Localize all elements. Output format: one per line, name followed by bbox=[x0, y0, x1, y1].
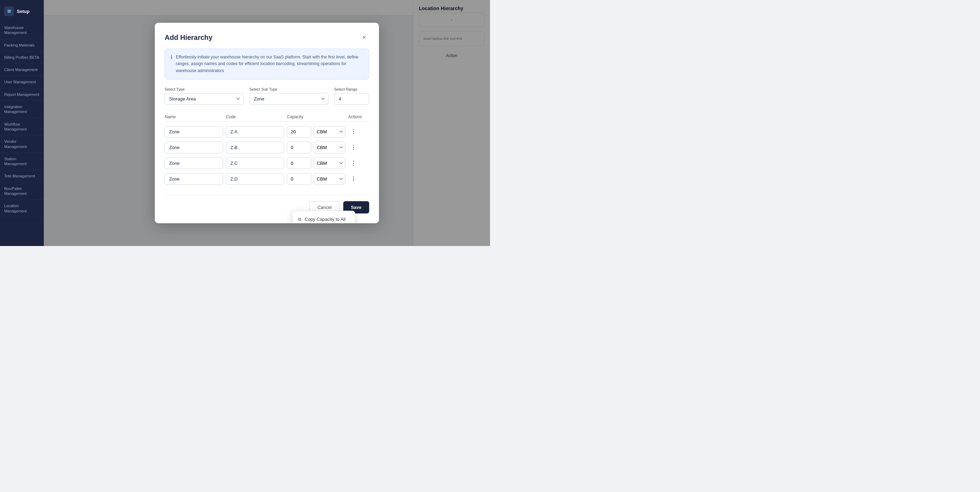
row1-capacity-cell: CBM bbox=[287, 126, 345, 138]
col-name-header: Name bbox=[165, 114, 226, 119]
row3-unit-select[interactable]: CBM bbox=[313, 157, 345, 169]
row3-code-input[interactable] bbox=[226, 157, 285, 169]
sidebar-item-boxpallet-management[interactable]: Box/Pallet Management bbox=[0, 183, 44, 200]
row2-name-input[interactable] bbox=[165, 142, 223, 153]
modal-header: Add Hierarchy × bbox=[165, 33, 369, 42]
table-header: Name Code Capacity Actions bbox=[165, 112, 369, 122]
row3-action-button[interactable]: ⋮ bbox=[348, 158, 359, 168]
copy-icon: ⧉ bbox=[298, 217, 301, 222]
sidebar-item-integration-management[interactable]: Integration Management bbox=[0, 101, 44, 118]
select-range-input[interactable] bbox=[334, 93, 369, 105]
sidebar: ⊞ Setup Warehouse Management Packing Mat… bbox=[0, 0, 44, 246]
row2-action-button[interactable]: ⋮ bbox=[348, 142, 359, 152]
info-icon: ℹ bbox=[170, 54, 172, 74]
form-row: Select Type Storage Area Select Sub Type… bbox=[165, 87, 369, 105]
logo-icon: ⊞ bbox=[4, 6, 14, 16]
sidebar-item-vendor-management[interactable]: Vendor Management bbox=[0, 135, 44, 153]
modal-close-button[interactable]: × bbox=[360, 33, 369, 42]
add-hierarchy-modal: Add Hierarchy × ℹ Effortlessly initiate … bbox=[155, 23, 379, 223]
row2-unit-select[interactable]: CBM bbox=[313, 142, 345, 153]
select-type-dropdown[interactable]: Storage Area bbox=[165, 93, 244, 105]
modal-overlay: Add Hierarchy × ℹ Effortlessly initiate … bbox=[44, 0, 490, 246]
select-range-group: Select Range bbox=[334, 87, 369, 105]
row3-capacity-input[interactable] bbox=[287, 157, 311, 169]
table-row: CBM ⋮ bbox=[165, 140, 369, 156]
modal-title: Add Hierarchy bbox=[165, 33, 213, 42]
row4-capacity-cell: CBM bbox=[287, 173, 345, 185]
row4-name-input[interactable] bbox=[165, 173, 223, 185]
row1-action-button[interactable]: ⋮ bbox=[348, 126, 359, 137]
sidebar-item-workflow-management[interactable]: Workflow Management bbox=[0, 118, 44, 136]
copy-capacity-dropdown: ⧉ Copy Capacity to All bbox=[292, 211, 355, 223]
select-type-label: Select Type bbox=[165, 87, 244, 91]
sidebar-item-station-management[interactable]: Station Management bbox=[0, 153, 44, 170]
copy-capacity-label: Copy Capacity to All bbox=[305, 217, 345, 222]
select-type-group: Select Type Storage Area bbox=[165, 87, 244, 105]
select-subtype-label: Select Sub Type bbox=[250, 87, 329, 91]
sidebar-item-report-management[interactable]: Report Management bbox=[0, 89, 44, 101]
sidebar-item-packing-materials[interactable]: Packing Materials bbox=[0, 39, 44, 51]
select-subtype-group: Select Sub Type Zone bbox=[250, 87, 329, 105]
col-code-header: Code bbox=[226, 114, 287, 119]
sidebar-logo[interactable]: ⊞ Setup bbox=[0, 3, 44, 22]
row3-name-input[interactable] bbox=[165, 157, 223, 169]
sidebar-item-tote-management[interactable]: Tote Management bbox=[0, 170, 44, 182]
select-subtype-dropdown[interactable]: Zone bbox=[250, 93, 329, 105]
row1-unit-select[interactable]: CBM bbox=[313, 126, 345, 138]
copy-capacity-item[interactable]: ⧉ Copy Capacity to All bbox=[293, 213, 355, 223]
row2-capacity-input[interactable] bbox=[287, 142, 311, 153]
row2-code-input[interactable] bbox=[226, 142, 285, 153]
row1-name-input[interactable] bbox=[165, 126, 223, 138]
row2-capacity-cell: CBM bbox=[287, 142, 345, 153]
sidebar-item-location-management[interactable]: Location Management bbox=[0, 200, 44, 217]
col-actions-header: Actions bbox=[348, 114, 369, 119]
select-range-label: Select Range bbox=[334, 87, 369, 91]
table-row: CBM ⋮ bbox=[165, 124, 369, 140]
sidebar-item-warehouse-management[interactable]: Warehouse Management bbox=[0, 22, 44, 39]
info-box: ℹ Effortlessly initiate your warehouse h… bbox=[165, 49, 369, 79]
col-capacity-header: Capacity bbox=[287, 114, 348, 119]
row4-action-button[interactable]: ⋮ bbox=[348, 173, 359, 184]
sidebar-item-billing-profiles[interactable]: Billing Profiles BETA bbox=[0, 51, 44, 64]
row4-code-input[interactable] bbox=[226, 173, 285, 185]
sidebar-title: Setup bbox=[17, 9, 29, 14]
row1-code-input[interactable] bbox=[226, 126, 285, 138]
row3-capacity-cell: CBM bbox=[287, 157, 345, 169]
row1-capacity-input[interactable] bbox=[287, 126, 311, 138]
main-content: ⇄ 🔔 SA Super Admin ADMIN Location Hierar… bbox=[44, 0, 490, 246]
info-text: Effortlessly initiate your warehouse hie… bbox=[176, 54, 363, 74]
table-row: CBM ⋮ bbox=[165, 156, 369, 171]
sidebar-item-user-management[interactable]: User Management bbox=[0, 76, 44, 88]
row4-capacity-input[interactable] bbox=[287, 173, 311, 185]
sidebar-item-client-management[interactable]: Client Management bbox=[0, 64, 44, 76]
row4-unit-select[interactable]: CBM bbox=[313, 173, 345, 185]
table-row: CBM ⋮ bbox=[165, 171, 369, 187]
